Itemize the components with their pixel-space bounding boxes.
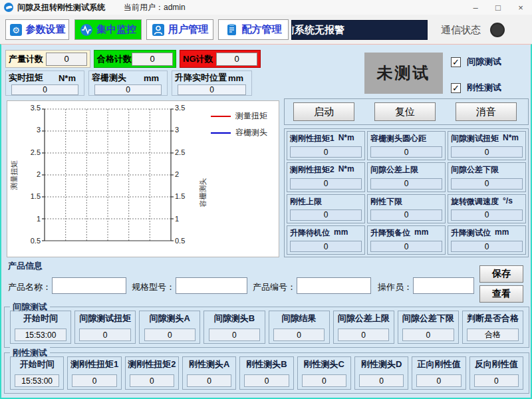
test-state-display: 未测试 xyxy=(364,53,443,94)
rigidity-cell-probe-a: 刚性测头A0 xyxy=(182,356,236,390)
param-input[interactable]: 0 xyxy=(370,241,442,252)
control-button-box: 启动 复位 消音 xyxy=(284,98,529,125)
close-button[interactable]: × xyxy=(509,0,532,15)
realtime-torque-label: 实时扭矩 xyxy=(9,72,43,84)
realtime-lift-unit: mm xyxy=(228,73,243,83)
param-cell-probe-center-dist: 容栅测头圆心距 0 xyxy=(367,131,446,160)
param-cell-lift-standby-pos: 升降待机位mm 0 xyxy=(287,225,365,255)
user-management-label: 用户管理 xyxy=(168,23,208,36)
rigidity-test-checkbox[interactable]: ✓ xyxy=(451,83,461,93)
param-cell-gap-lower-limit: 间隙公差下限 0 xyxy=(448,162,526,192)
maximize-button[interactable]: □ xyxy=(487,0,509,15)
param-cell-rotate-jog-speed: 旋转微调速度°/s 0 xyxy=(448,194,526,223)
realtime-lift-label: 升降实时位置 xyxy=(175,72,227,84)
comm-status-indicator xyxy=(490,23,505,37)
param-settings-button[interactable]: ⚙ 参数设置 xyxy=(5,19,69,40)
chart-plot-grid xyxy=(42,108,174,242)
product-name-input[interactable] xyxy=(52,277,126,294)
param-cell-lift-ready-pos: 升降预备位mm 0 xyxy=(367,225,446,255)
param-cell-rigidity-torque1: 测刚性扭矩1N*m 0 xyxy=(287,131,365,160)
param-cell-gap-test-torque: 间隙测试扭矩N*m 0 xyxy=(448,131,526,160)
operator-label: 操作员： xyxy=(378,281,412,293)
realtime-probe-unit: mm xyxy=(144,73,159,83)
ng-counter-label: NG计数 xyxy=(183,53,213,65)
gap-test-checkbox[interactable]: ✓ xyxy=(451,57,461,67)
param-cell-rigidity-lower-limit: 刚性下限 0 xyxy=(367,194,446,223)
legend-probe-line xyxy=(211,132,231,134)
window-title: 间隙及扭转刚性测试系统 xyxy=(17,2,105,13)
alarm-banner: 前系统无报警 xyxy=(291,20,428,40)
param-input[interactable]: 0 xyxy=(370,146,442,158)
reset-button[interactable]: 复位 xyxy=(374,102,436,121)
product-sn-input[interactable] xyxy=(297,277,371,294)
main-area: 产量计数 0 合格计数 0 NG计数 0 实时扭矩N*m 0 容栅测头mm 0 … xyxy=(0,44,532,399)
monitor-wave-icon xyxy=(80,23,93,37)
legend-probe-label: 容栅测头 xyxy=(235,127,267,138)
realtime-torque-value: 0 xyxy=(11,84,78,95)
gap-cell-lower-limit: 间隙公差下限0 xyxy=(398,311,459,344)
production-counter-value: 0 xyxy=(46,53,87,66)
toolbar: ⚙ 参数设置 集中监控 用户管理 配方管理 前系统无报警 通信状态 xyxy=(0,15,532,44)
product-name-label: 产品名称： xyxy=(8,281,51,293)
rigidity-cell-torque2: 测刚性扭矩20 xyxy=(125,356,179,390)
start-button[interactable]: 启动 xyxy=(293,102,354,121)
central-monitor-label: 集中监控 xyxy=(96,23,136,36)
param-input[interactable]: 0 xyxy=(451,178,523,190)
app-window: 间隙及扭转刚性测试系统 当前用户：admin – □ × ⚙ 参数设置 集中监控… xyxy=(0,0,532,399)
recipe-management-label: 配方管理 xyxy=(242,23,282,36)
central-monitor-button[interactable]: 集中监控 xyxy=(74,19,142,40)
user-management-button[interactable]: 用户管理 xyxy=(146,19,213,40)
chart-left-ticks: 3.53 2.52 1.51 0.5 xyxy=(23,104,41,245)
chart-right-ticks: 3.53 2.52 1.51 0.5 xyxy=(175,104,192,245)
production-counter: 产量计数 0 xyxy=(5,50,90,68)
param-input[interactable]: 0 xyxy=(370,209,442,221)
trend-chart: 测量扭矩 3.53 2.52 1.51 0.5 xyxy=(7,100,279,257)
gap-test-checkbox-label: 间隙测试 xyxy=(467,56,501,68)
param-input[interactable]: 0 xyxy=(370,178,442,190)
rigidity-test-section: 刚性测试 开始时间15:53:00 测刚性扭矩10 测刚性扭矩20 刚性测头A0… xyxy=(4,352,529,394)
param-cell-lift-test-pos: 升降测试位mm 0 xyxy=(448,225,526,255)
comm-status-label: 通信状态 xyxy=(441,24,481,37)
gear-icon: ⚙ xyxy=(9,23,23,37)
save-button[interactable]: 保存 xyxy=(479,265,523,283)
minimize-button[interactable]: – xyxy=(464,0,487,15)
operator-input[interactable] xyxy=(413,277,474,294)
title-bar: 间隙及扭转刚性测试系统 当前用户：admin – □ × xyxy=(0,0,532,15)
param-input[interactable]: 0 xyxy=(290,146,362,158)
product-spec-input[interactable] xyxy=(176,277,247,294)
rigidity-cell-reverse-value: 反向刚性值0 xyxy=(469,356,523,390)
mute-button[interactable]: 消音 xyxy=(456,102,517,121)
product-info-title: 产品信息 xyxy=(8,260,43,272)
product-spec-label: 规格型号： xyxy=(132,281,175,293)
rigidity-cell-forward-value: 正向刚性值0 xyxy=(412,356,466,390)
realtime-lift-panel: 升降实时位置mm 0 xyxy=(172,70,252,96)
legend-torque-line xyxy=(211,116,231,117)
rigidity-cell-probe-d: 刚性测头D0 xyxy=(354,356,408,390)
realtime-probe-label: 容栅测头 xyxy=(92,72,126,84)
param-cell-gap-upper-limit: 间隙公差上限 0 xyxy=(367,162,446,192)
ng-counter: NG计数 0 xyxy=(180,50,261,68)
parameter-grid: 测刚性扭矩1N*m 0 容栅测头圆心距 0 间隙测试扭矩N*m 0 测刚性扭矩2… xyxy=(284,128,529,257)
recipe-management-button[interactable]: 配方管理 xyxy=(218,19,289,40)
chart-left-axis-label: 测量扭矩 xyxy=(9,161,19,190)
gap-cell-probe-b: 间隙测头B0 xyxy=(203,311,265,344)
param-input[interactable]: 0 xyxy=(451,146,523,158)
param-input[interactable]: 0 xyxy=(290,241,362,252)
rigidity-cell-probe-c: 刚性测头C0 xyxy=(297,356,351,390)
pass-counter-label: 合格计数 xyxy=(97,53,132,65)
rigidity-test-checkbox-label: 刚性测试 xyxy=(467,82,501,94)
rigidity-cell-probe-b: 刚性测头B0 xyxy=(239,356,293,390)
param-input[interactable]: 0 xyxy=(451,209,523,221)
legend-torque-label: 测量扭矩 xyxy=(235,110,267,122)
param-input[interactable]: 0 xyxy=(451,241,523,252)
product-sn-label: 产品编号： xyxy=(253,281,296,293)
app-icon xyxy=(4,3,13,12)
view-button[interactable]: 查看 xyxy=(479,285,523,303)
param-settings-label: 参数设置 xyxy=(26,23,66,36)
param-input[interactable]: 0 xyxy=(290,178,362,190)
param-input[interactable]: 0 xyxy=(290,209,362,221)
pass-counter: 合格计数 0 xyxy=(94,50,176,68)
param-cell-rigidity-upper-limit: 刚性上限 0 xyxy=(287,194,365,223)
chart-legend: 测量扭矩 容栅测头 xyxy=(211,110,267,138)
current-user-label: 当前用户：admin xyxy=(124,2,186,13)
